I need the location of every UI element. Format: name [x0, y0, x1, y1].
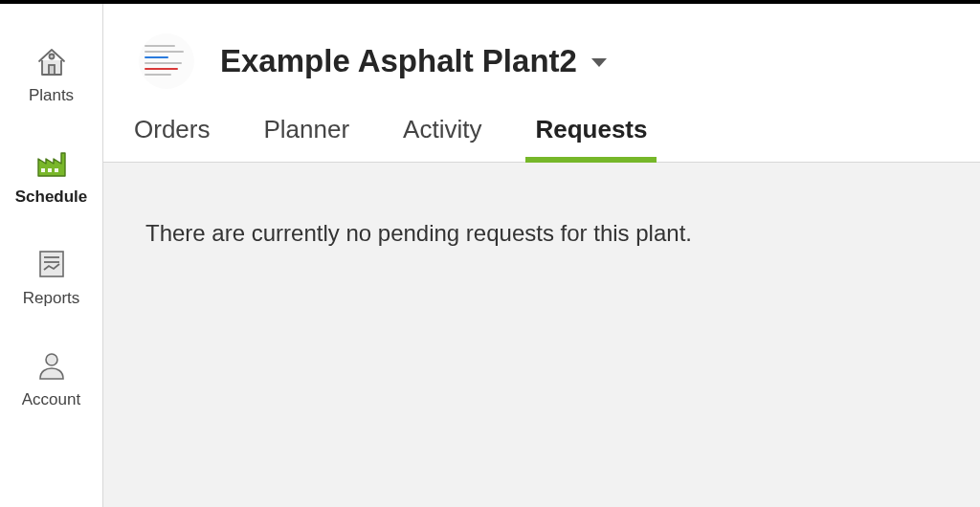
content-area: There are currently no pending requests …: [103, 163, 980, 507]
header: Example Asphalt Plant2: [103, 4, 980, 105]
svg-point-1: [49, 55, 54, 59]
tab-planner[interactable]: Planner: [259, 115, 353, 162]
sidebar-item-plants-label: Plants: [29, 86, 74, 105]
tab-orders[interactable]: Orders: [130, 115, 213, 162]
plant-selector[interactable]: Example Asphalt Plant2: [220, 43, 608, 79]
svg-rect-3: [48, 168, 52, 172]
sidebar-item-account-label: Account: [22, 390, 80, 409]
sidebar-item-plants[interactable]: Plants: [0, 33, 102, 134]
sidebar-item-schedule[interactable]: Schedule: [0, 134, 102, 235]
tab-activity[interactable]: Activity: [399, 115, 485, 162]
home-icon: [33, 44, 70, 78]
tab-activity-label: Activity: [403, 115, 481, 143]
tab-planner-label: Planner: [263, 115, 349, 143]
person-icon: [33, 348, 70, 383]
svg-rect-2: [41, 168, 45, 172]
factory-icon: [33, 145, 70, 180]
plant-logo: [130, 25, 203, 98]
main: Example Asphalt Plant2 Orders Planner Ac…: [103, 4, 980, 507]
tab-orders-label: Orders: [134, 115, 210, 143]
sidebar-item-reports[interactable]: Reports: [0, 235, 102, 337]
tabs: Orders Planner Activity Requests: [103, 105, 980, 163]
sidebar-item-reports-label: Reports: [23, 289, 80, 308]
tab-requests[interactable]: Requests: [531, 115, 651, 162]
svg-rect-4: [55, 168, 58, 172]
sidebar: Plants Schedule: [0, 4, 103, 507]
plant-title: Example Asphalt Plant2: [220, 43, 577, 79]
report-icon: [33, 247, 70, 281]
sidebar-item-schedule-label: Schedule: [15, 187, 88, 207]
tab-requests-label: Requests: [535, 115, 647, 143]
chevron-down-icon: [590, 55, 608, 73]
sidebar-item-account[interactable]: Account: [0, 337, 102, 438]
empty-requests-message: There are currently no pending requests …: [145, 220, 953, 247]
svg-point-8: [46, 354, 57, 365]
svg-rect-0: [49, 65, 55, 75]
svg-rect-5: [40, 252, 63, 276]
